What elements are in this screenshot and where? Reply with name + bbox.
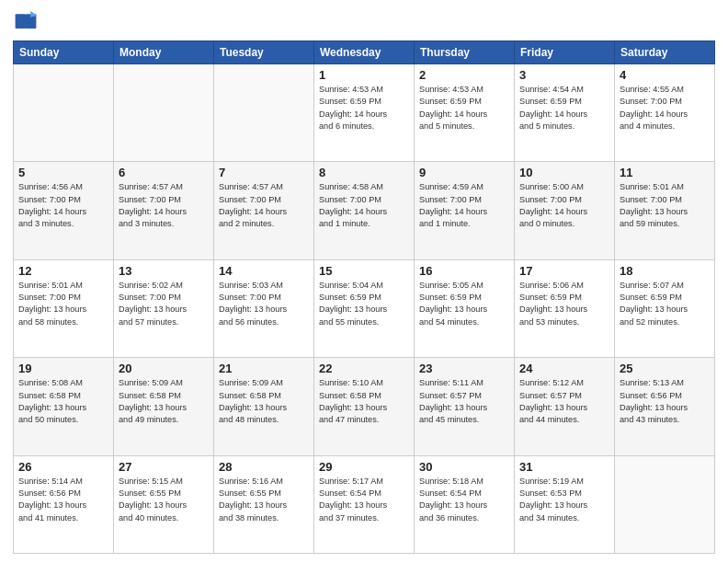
logo-icon	[13, 9, 39, 35]
day-info: Sunrise: 5:07 AMSunset: 6:59 PMDaylight:…	[620, 280, 710, 328]
day-number: 16	[419, 264, 509, 278]
calendar-table: SundayMondayTuesdayWednesdayThursdayFrid…	[13, 40, 715, 554]
calendar-cell: 13Sunrise: 5:02 AMSunset: 7:00 PMDayligh…	[114, 259, 214, 357]
day-info: Sunrise: 5:19 AMSunset: 6:53 PMDaylight:…	[519, 476, 609, 524]
day-number: 22	[319, 362, 409, 375]
calendar-cell: 15Sunrise: 5:04 AMSunset: 6:59 PMDayligh…	[314, 259, 415, 357]
day-number: 13	[119, 264, 209, 278]
day-number: 31	[519, 460, 609, 474]
day-info: Sunrise: 5:16 AMSunset: 6:55 PMDaylight:…	[219, 476, 309, 524]
week-row-5: 26Sunrise: 5:14 AMSunset: 6:56 PMDayligh…	[14, 455, 715, 553]
calendar-cell: 29Sunrise: 5:17 AMSunset: 6:54 PMDayligh…	[314, 455, 415, 553]
day-number: 30	[419, 460, 509, 474]
calendar-cell: 11Sunrise: 5:01 AMSunset: 7:00 PMDayligh…	[615, 162, 715, 259]
day-number: 8	[319, 166, 409, 179]
calendar-cell: 20Sunrise: 5:09 AMSunset: 6:58 PMDayligh…	[114, 358, 214, 455]
svg-rect-1	[16, 14, 26, 29]
week-row-3: 12Sunrise: 5:01 AMSunset: 7:00 PMDayligh…	[14, 259, 715, 357]
calendar-cell: 3Sunrise: 4:54 AMSunset: 6:59 PMDaylight…	[515, 64, 615, 162]
day-info: Sunrise: 5:02 AMSunset: 7:00 PMDaylight:…	[119, 280, 209, 328]
day-number: 20	[119, 362, 209, 375]
day-info: Sunrise: 5:09 AMSunset: 6:58 PMDaylight:…	[119, 377, 209, 426]
day-number: 25	[620, 362, 710, 375]
calendar-cell	[615, 455, 715, 553]
day-number: 14	[219, 264, 309, 278]
day-info: Sunrise: 4:59 AMSunset: 7:00 PMDaylight:…	[419, 181, 509, 230]
calendar-cell: 4Sunrise: 4:55 AMSunset: 7:00 PMDaylight…	[615, 64, 715, 162]
day-number: 15	[319, 264, 409, 278]
calendar-cell: 10Sunrise: 5:00 AMSunset: 7:00 PMDayligh…	[515, 162, 615, 259]
day-info: Sunrise: 5:04 AMSunset: 6:59 PMDaylight:…	[319, 280, 409, 328]
day-info: Sunrise: 4:54 AMSunset: 6:59 PMDaylight:…	[519, 84, 609, 132]
weekday-header-sunday: Sunday	[14, 41, 114, 64]
calendar-cell: 12Sunrise: 5:01 AMSunset: 7:00 PMDayligh…	[14, 259, 114, 357]
day-number: 1	[319, 68, 409, 82]
header	[13, 9, 715, 35]
day-number: 5	[18, 166, 108, 179]
day-number: 26	[18, 460, 108, 474]
calendar-cell: 30Sunrise: 5:18 AMSunset: 6:54 PMDayligh…	[415, 455, 515, 553]
calendar-cell: 6Sunrise: 4:57 AMSunset: 7:00 PMDaylight…	[114, 162, 214, 259]
day-info: Sunrise: 5:03 AMSunset: 7:00 PMDaylight:…	[219, 280, 309, 328]
day-number: 6	[119, 166, 209, 179]
calendar-cell: 19Sunrise: 5:08 AMSunset: 6:58 PMDayligh…	[14, 358, 114, 455]
calendar-cell: 26Sunrise: 5:14 AMSunset: 6:56 PMDayligh…	[14, 455, 114, 553]
calendar-cell: 9Sunrise: 4:59 AMSunset: 7:00 PMDaylight…	[415, 162, 515, 259]
calendar-cell: 28Sunrise: 5:16 AMSunset: 6:55 PMDayligh…	[214, 455, 314, 553]
day-number: 7	[219, 166, 309, 179]
day-number: 27	[119, 460, 209, 474]
day-info: Sunrise: 5:09 AMSunset: 6:58 PMDaylight:…	[219, 377, 309, 426]
day-number: 12	[18, 264, 108, 278]
day-number: 11	[620, 166, 710, 179]
day-info: Sunrise: 4:57 AMSunset: 7:00 PMDaylight:…	[219, 181, 309, 230]
day-info: Sunrise: 4:55 AMSunset: 7:00 PMDaylight:…	[620, 84, 710, 132]
calendar-cell	[14, 64, 114, 162]
day-number: 3	[519, 68, 609, 82]
calendar-cell: 22Sunrise: 5:10 AMSunset: 6:58 PMDayligh…	[314, 358, 415, 455]
calendar-cell	[214, 64, 314, 162]
weekday-header-monday: Monday	[114, 41, 214, 64]
day-number: 29	[319, 460, 409, 474]
day-info: Sunrise: 5:01 AMSunset: 7:00 PMDaylight:…	[620, 181, 710, 230]
calendar-cell: 7Sunrise: 4:57 AMSunset: 7:00 PMDaylight…	[214, 162, 314, 259]
weekday-header-tuesday: Tuesday	[214, 41, 314, 64]
day-info: Sunrise: 5:10 AMSunset: 6:58 PMDaylight:…	[319, 377, 409, 426]
calendar-cell: 8Sunrise: 4:58 AMSunset: 7:00 PMDaylight…	[314, 162, 415, 259]
day-info: Sunrise: 5:14 AMSunset: 6:56 PMDaylight:…	[18, 476, 108, 524]
day-info: Sunrise: 5:08 AMSunset: 6:58 PMDaylight:…	[18, 377, 108, 426]
calendar-cell: 17Sunrise: 5:06 AMSunset: 6:59 PMDayligh…	[515, 259, 615, 357]
calendar-cell: 23Sunrise: 5:11 AMSunset: 6:57 PMDayligh…	[415, 358, 515, 455]
calendar-cell	[114, 64, 214, 162]
day-number: 4	[620, 68, 710, 82]
calendar-cell: 1Sunrise: 4:53 AMSunset: 6:59 PMDaylight…	[314, 64, 415, 162]
week-row-2: 5Sunrise: 4:56 AMSunset: 7:00 PMDaylight…	[14, 162, 715, 259]
weekday-header-saturday: Saturday	[615, 41, 715, 64]
week-row-4: 19Sunrise: 5:08 AMSunset: 6:58 PMDayligh…	[14, 358, 715, 455]
calendar-cell: 31Sunrise: 5:19 AMSunset: 6:53 PMDayligh…	[515, 455, 615, 553]
weekday-header-friday: Friday	[515, 41, 615, 64]
day-number: 28	[219, 460, 309, 474]
weekday-header-wednesday: Wednesday	[314, 41, 415, 64]
week-row-1: 1Sunrise: 4:53 AMSunset: 6:59 PMDaylight…	[14, 64, 715, 162]
day-number: 2	[419, 68, 509, 82]
day-info: Sunrise: 5:17 AMSunset: 6:54 PMDaylight:…	[319, 476, 409, 524]
day-info: Sunrise: 5:13 AMSunset: 6:56 PMDaylight:…	[620, 377, 710, 426]
day-number: 18	[620, 264, 710, 278]
weekday-header-row: SundayMondayTuesdayWednesdayThursdayFrid…	[14, 41, 715, 64]
day-info: Sunrise: 5:06 AMSunset: 6:59 PMDaylight:…	[519, 280, 609, 328]
day-info: Sunrise: 5:01 AMSunset: 7:00 PMDaylight:…	[18, 280, 108, 328]
day-number: 24	[519, 362, 609, 375]
calendar-cell: 24Sunrise: 5:12 AMSunset: 6:57 PMDayligh…	[515, 358, 615, 455]
day-info: Sunrise: 4:53 AMSunset: 6:59 PMDaylight:…	[419, 84, 509, 132]
day-info: Sunrise: 5:00 AMSunset: 7:00 PMDaylight:…	[519, 181, 609, 230]
calendar-cell: 2Sunrise: 4:53 AMSunset: 6:59 PMDaylight…	[415, 64, 515, 162]
day-number: 19	[18, 362, 108, 375]
page: SundayMondayTuesdayWednesdayThursdayFrid…	[0, 0, 728, 563]
weekday-header-thursday: Thursday	[415, 41, 515, 64]
calendar-cell: 25Sunrise: 5:13 AMSunset: 6:56 PMDayligh…	[615, 358, 715, 455]
calendar-cell: 5Sunrise: 4:56 AMSunset: 7:00 PMDaylight…	[14, 162, 114, 259]
calendar-cell: 14Sunrise: 5:03 AMSunset: 7:00 PMDayligh…	[214, 259, 314, 357]
calendar-cell: 21Sunrise: 5:09 AMSunset: 6:58 PMDayligh…	[214, 358, 314, 455]
calendar-cell: 16Sunrise: 5:05 AMSunset: 6:59 PMDayligh…	[415, 259, 515, 357]
day-info: Sunrise: 5:15 AMSunset: 6:55 PMDaylight:…	[119, 476, 209, 524]
